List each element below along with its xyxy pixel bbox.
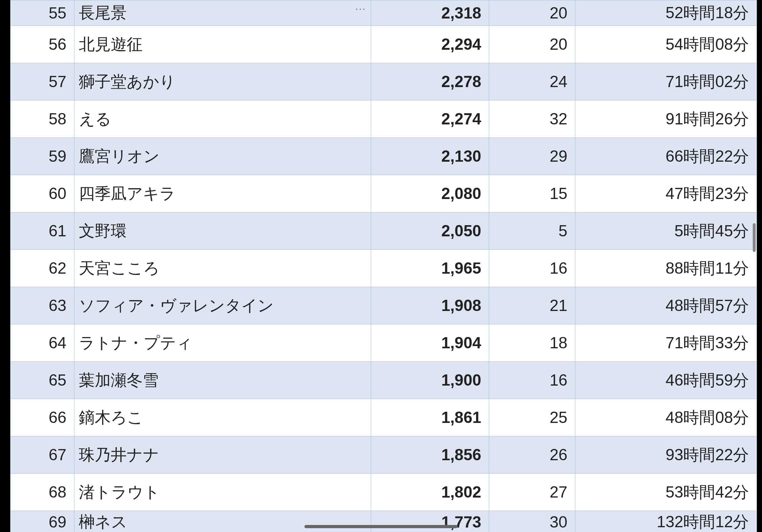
table-row[interactable]: 56北見遊征2,2942054時間08分 [11, 26, 757, 63]
name-cell: える [74, 100, 371, 138]
time-cell: 71時間02分 [575, 63, 757, 100]
table-row[interactable]: 64ラトナ・プティ1,9041871時間33分 [11, 324, 757, 362]
points-cell: 2,050 [371, 212, 489, 250]
time-cell: 91時間26分 [575, 100, 757, 138]
rank-cell: 67 [11, 436, 74, 474]
points-cell: 1,856 [371, 436, 489, 474]
home-indicator[interactable] [304, 525, 458, 528]
rank-cell: 57 [11, 63, 74, 100]
points-cell: 1,802 [371, 474, 489, 511]
name-text: 珠乃井ナナ [79, 446, 159, 464]
name-cell: 渚トラウト [74, 474, 371, 511]
name-text: ソフィア・ヴァレンタイン [79, 297, 274, 314]
points-cell: 1,773 [371, 511, 489, 532]
table-row[interactable]: 55長尾景⋯2,3182052時間18分 [11, 0, 757, 26]
count-cell: 15 [489, 175, 575, 212]
name-text: える [79, 110, 112, 128]
name-text: 渚トラウト [79, 483, 160, 501]
table-row[interactable]: 68渚トラウト1,8022753時間42分 [11, 474, 757, 511]
points-cell: 2,130 [371, 138, 489, 175]
rank-cell: 55 [11, 0, 74, 26]
time-cell: 66時間22分 [575, 138, 757, 175]
table-row[interactable]: 66鏑木ろこ1,8612548時間08分 [11, 399, 757, 436]
name-cell: 文野環 [74, 212, 371, 250]
points-cell: 2,294 [371, 26, 489, 63]
time-cell: 48時間08分 [575, 399, 757, 436]
rank-cell: 66 [11, 399, 74, 436]
name-text: ラトナ・プティ [79, 334, 192, 352]
points-cell: 2,318 [371, 0, 489, 26]
name-cell: ラトナ・プティ [74, 324, 371, 362]
time-cell: 93時間22分 [575, 436, 757, 474]
ellipsis-icon[interactable]: ⋯ [355, 4, 366, 14]
table-row[interactable]: 63ソフィア・ヴァレンタイン1,9082148時間57分 [11, 287, 757, 324]
rank-cell: 59 [11, 138, 74, 175]
name-cell: 葉加瀬冬雪 [74, 362, 371, 399]
ranking-table: 55長尾景⋯2,3182052時間18分56北見遊征2,2942054時間08分… [10, 0, 757, 532]
count-cell: 30 [489, 511, 575, 532]
name-text: 獅子堂あかり [79, 73, 176, 91]
table-row[interactable]: 61文野環2,05055時間45分 [11, 212, 757, 250]
name-cell: 珠乃井ナナ [74, 436, 371, 474]
name-cell: ソフィア・ヴァレンタイン [74, 287, 371, 324]
name-text: 葉加瀬冬雪 [79, 371, 159, 389]
points-cell: 2,080 [371, 175, 489, 212]
points-cell: 2,278 [371, 63, 489, 100]
count-cell: 25 [489, 399, 575, 436]
time-cell: 71時間33分 [575, 324, 757, 362]
name-text: 文野環 [79, 222, 127, 240]
table-row[interactable]: 59鷹宮リオン2,1302966時間22分 [11, 138, 757, 175]
count-cell: 26 [489, 436, 575, 474]
count-cell: 27 [489, 474, 575, 511]
points-cell: 1,908 [371, 287, 489, 324]
rank-cell: 58 [11, 100, 74, 138]
points-cell: 2,274 [371, 100, 489, 138]
rank-cell: 61 [11, 212, 74, 250]
points-cell: 1,965 [371, 250, 489, 287]
name-cell: 北見遊征 [74, 26, 371, 63]
time-cell: 53時間42分 [575, 474, 757, 511]
table-row[interactable]: 65葉加瀬冬雪1,9001646時間59分 [11, 362, 757, 399]
time-cell: 132時間12分 [575, 511, 757, 532]
points-cell: 1,904 [371, 324, 489, 362]
count-cell: 20 [489, 0, 575, 26]
time-cell: 54時間08分 [575, 26, 757, 63]
rank-cell: 63 [11, 287, 74, 324]
time-cell: 52時間18分 [575, 0, 757, 26]
count-cell: 16 [489, 362, 575, 399]
scrollbar-thumb[interactable] [753, 223, 756, 252]
table-row[interactable]: 60四季凪アキラ2,0801547時間23分 [11, 175, 757, 212]
name-text: 天宮こころ [79, 259, 160, 277]
table-container[interactable]: 55長尾景⋯2,3182052時間18分56北見遊征2,2942054時間08分… [10, 0, 757, 532]
name-cell: 四季凪アキラ [74, 175, 371, 212]
name-text: 北見遊征 [79, 35, 143, 53]
name-cell: 獅子堂あかり [74, 63, 371, 100]
name-text: 四季凪アキラ [79, 185, 176, 203]
table-row[interactable]: 67珠乃井ナナ1,8562693時間22分 [11, 436, 757, 474]
table-row[interactable]: 58える2,2743291時間26分 [11, 100, 757, 138]
table-row[interactable]: 57獅子堂あかり2,2782471時間02分 [11, 63, 757, 100]
rank-cell: 64 [11, 324, 74, 362]
name-text: 鏑木ろこ [79, 409, 143, 427]
rank-cell: 56 [11, 26, 74, 63]
time-cell: 88時間11分 [575, 250, 757, 287]
count-cell: 29 [489, 138, 575, 175]
count-cell: 18 [489, 324, 575, 362]
name-cell: 榊ネス [74, 511, 371, 532]
rank-cell: 60 [11, 175, 74, 212]
name-cell: 鏑木ろこ [74, 399, 371, 436]
count-cell: 21 [489, 287, 575, 324]
name-text: 鷹宮リオン [79, 147, 160, 165]
time-cell: 47時間23分 [575, 175, 757, 212]
rank-cell: 65 [11, 362, 74, 399]
points-cell: 1,861 [371, 399, 489, 436]
count-cell: 32 [489, 100, 575, 138]
points-cell: 1,900 [371, 362, 489, 399]
time-cell: 5時間45分 [575, 212, 757, 250]
rank-cell: 68 [11, 474, 74, 511]
name-cell: 天宮こころ [74, 250, 371, 287]
time-cell: 46時間59分 [575, 362, 757, 399]
table-row[interactable]: 62天宮こころ1,9651688時間11分 [11, 250, 757, 287]
table-viewport: 55長尾景⋯2,3182052時間18分56北見遊征2,2942054時間08分… [10, 0, 757, 532]
table-row[interactable]: 69榊ネス1,77330132時間12分 [11, 511, 757, 532]
